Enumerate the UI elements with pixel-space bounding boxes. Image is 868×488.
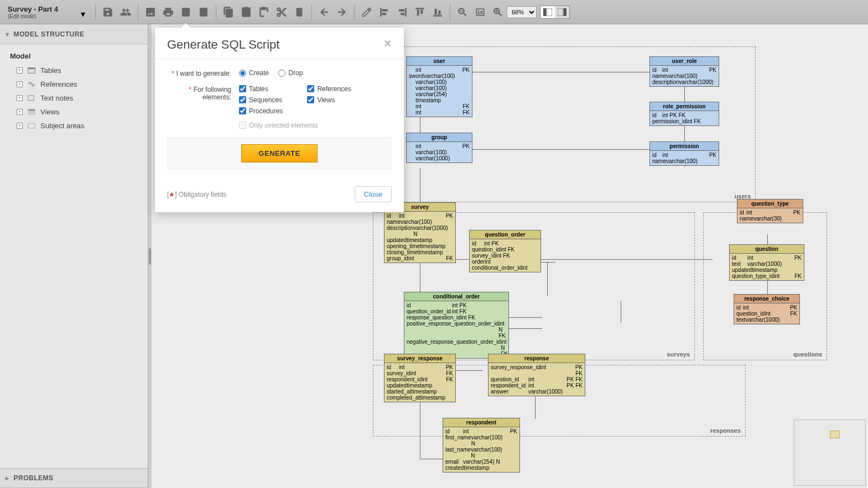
radio-drop[interactable]: Drop	[278, 69, 303, 77]
main-toolbar: Survey - Part 4 (Edit mode) ▾ SQL DOC 1:…	[0, 0, 868, 24]
svg-rect-11	[28, 69, 35, 73]
entity-user[interactable]: userintPKswordvarchar(100)varchar(100)va…	[406, 56, 472, 117]
view-mode-split[interactable]	[540, 6, 555, 18]
sidebar-problems-header[interactable]: ▸ PROBLEMS	[0, 468, 148, 488]
subject-area-icon	[27, 123, 36, 129]
subject-area-responses-label: responses	[710, 427, 741, 434]
entity-permission[interactable]: permissionidintPKnamevarchar(100)	[649, 141, 719, 166]
title-dropdown-icon[interactable]: ▾	[81, 9, 87, 15]
chevron-right-icon: ▸	[6, 474, 9, 482]
svg-rect-7	[547, 8, 552, 16]
view-mode-full[interactable]	[555, 6, 569, 18]
entity-question-order[interactable]: question_orderidint PKquestion_idint FKs…	[469, 230, 541, 272]
align-right-icon[interactable]	[394, 4, 410, 20]
tree-item-tables[interactable]: +Tables	[0, 64, 148, 77]
svg-rect-12	[28, 96, 34, 101]
align-left-icon[interactable]	[377, 4, 392, 20]
delete-icon[interactable]	[292, 4, 307, 20]
align-top-icon[interactable]	[412, 4, 428, 20]
entity-respondent[interactable]: respondentidintPKfirst_namevarchar(100) …	[443, 418, 520, 473]
print-icon[interactable]	[160, 4, 176, 20]
svg-rect-8	[558, 8, 563, 16]
entity-user-role[interactable]: user_roleidintPKnamevarchar(100)descript…	[649, 56, 719, 87]
svg-text:1:1: 1:1	[477, 10, 483, 14]
model-tree: Model +Tables +References +Text notes +V…	[0, 44, 148, 468]
svg-rect-15	[28, 123, 35, 128]
tree-item-text-notes[interactable]: +Text notes	[0, 91, 148, 105]
close-button[interactable]: Close	[355, 186, 392, 202]
cut-icon[interactable]	[274, 4, 289, 20]
checkbox-tables[interactable]: Tables	[239, 85, 283, 93]
entity-response[interactable]: responsesurvey_response_idintPK FKquesti…	[488, 354, 585, 396]
entity-role-permission[interactable]: role_permissionidint PK FKpermission_idi…	[649, 102, 719, 126]
checkbox-only-selected[interactable]: Only selected elements	[239, 122, 318, 129]
document-mode: (Edit mode)	[8, 13, 76, 19]
paste-icon[interactable]	[238, 4, 254, 20]
dialog-title: Generate SQL Script	[167, 38, 279, 52]
save-icon[interactable]	[100, 4, 116, 20]
sidebar-model-structure-header[interactable]: ▾ MODEL STRUCTURE	[0, 24, 148, 44]
svg-text:DOC: DOC	[200, 11, 207, 14]
generate-button[interactable]: GENERATE	[241, 144, 317, 162]
svg-text:SQL: SQL	[183, 11, 189, 14]
copy-icon[interactable]	[221, 4, 236, 20]
chevron-down-icon: ▾	[6, 30, 9, 38]
generate-sql-dialog: Generate SQL Script ✕ *I want to generat…	[155, 28, 404, 212]
minimap[interactable]	[794, 419, 866, 486]
share-icon[interactable]	[118, 4, 133, 20]
tree-item-subject-areas[interactable]: +Subject areas	[0, 119, 148, 133]
radio-create[interactable]: Create	[239, 69, 269, 77]
undo-icon[interactable]	[316, 4, 332, 20]
sql-export-icon[interactable]: SQL	[178, 4, 194, 20]
entity-question-type[interactable]: question_typeidintPKnamevarchar(30)	[737, 199, 803, 223]
paste-special-icon[interactable]	[256, 4, 272, 20]
zoom-select[interactable]: 68%	[507, 6, 537, 18]
align-bottom-icon[interactable]	[430, 4, 445, 20]
entity-response-choice[interactable]: response_choiceidintPKquestion_idintFKte…	[734, 294, 800, 324]
entity-question[interactable]: questionidintPKtextvarchar(1000)updatedt…	[729, 244, 804, 281]
view-mode-toggle	[540, 6, 570, 19]
document-title-block[interactable]: Survey - Part 4 (Edit mode)	[3, 5, 81, 19]
tree-item-references[interactable]: +References	[0, 77, 148, 91]
entity-conditional-order[interactable]: conditional_orderidint PKquestion_order_…	[404, 292, 509, 359]
note-icon	[27, 95, 36, 102]
sidebar: ▾ MODEL STRUCTURE Model +Tables +Referen…	[0, 24, 148, 488]
tree-item-views[interactable]: +Views	[0, 105, 148, 119]
image-export-icon[interactable]	[143, 4, 158, 20]
view-icon	[27, 109, 36, 116]
checkbox-procedures[interactable]: Procedures	[239, 107, 283, 115]
document-title: Survey - Part 4	[8, 5, 76, 13]
table-icon	[27, 67, 36, 74]
checkbox-sequences[interactable]: Sequences	[239, 96, 283, 104]
doc-export-icon[interactable]: DOC	[196, 4, 211, 20]
checkbox-references[interactable]: References	[307, 85, 351, 93]
zoom-out-icon[interactable]	[455, 4, 470, 20]
zoom-in-icon[interactable]	[490, 4, 506, 20]
subject-area-surveys-label: surveys	[667, 351, 690, 358]
obligatory-note: [★] Obligatory fields	[167, 191, 226, 198]
tree-root-model[interactable]: Model	[0, 49, 148, 64]
redo-icon[interactable]	[334, 4, 350, 20]
svg-rect-14	[28, 109, 35, 111]
reference-icon	[27, 81, 36, 88]
checkbox-views[interactable]: Views	[307, 96, 351, 104]
svg-rect-6	[543, 8, 546, 16]
svg-rect-9	[564, 8, 566, 16]
close-icon[interactable]: ✕	[383, 38, 392, 50]
entity-survey-response[interactable]: survey_responseidintPKsurvey_idintFKresp…	[384, 354, 456, 402]
zoom-reset-icon[interactable]: 1:1	[472, 4, 488, 20]
entity-group[interactable]: groupintPKvarchar(100)varchar(1000)	[406, 133, 472, 163]
subject-area-questions-label: questions	[793, 351, 822, 358]
edit-icon[interactable]	[359, 4, 375, 20]
